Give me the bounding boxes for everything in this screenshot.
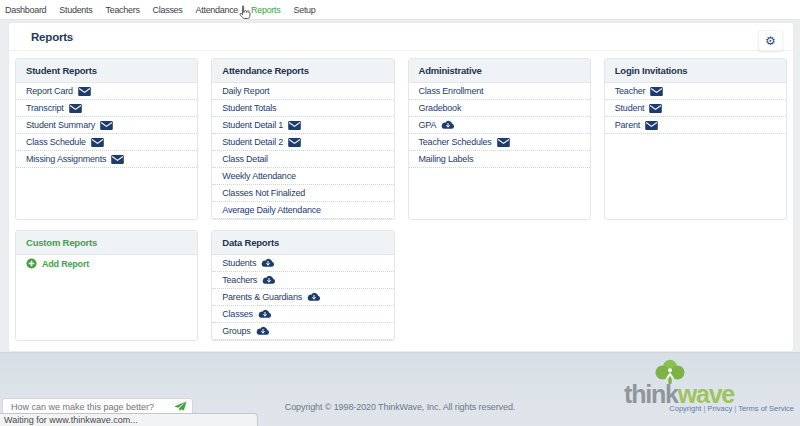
card-title: Login Invitations: [605, 59, 786, 83]
card-login-invitations: Login Invitations Teacher Student Parent: [604, 58, 787, 220]
link-student-detail-1[interactable]: Student Detail 1: [212, 117, 393, 134]
envelope-icon: [645, 121, 658, 130]
card-title: Attendance Reports: [212, 59, 393, 83]
link-student-detail-2[interactable]: Student Detail 2: [212, 134, 393, 151]
cloud-download-icon: [441, 120, 455, 130]
footer-link-copyright[interactable]: Copyright: [669, 404, 701, 413]
cloud-download-icon: [262, 275, 276, 285]
envelope-icon: [91, 138, 104, 147]
envelope-icon: [288, 121, 301, 130]
link-data-classes[interactable]: Classes: [212, 306, 393, 323]
card-attendance-reports: Attendance Reports Daily Report Student …: [211, 58, 394, 220]
card-title: Administrative: [409, 59, 590, 83]
link-transcript[interactable]: Transcript: [16, 100, 197, 117]
card-data-reports: Data Reports Students Teachers Parents &…: [211, 230, 394, 341]
link-data-teachers[interactable]: Teachers: [212, 272, 393, 289]
envelope-icon: [649, 104, 662, 113]
page-title: Reports: [31, 31, 73, 43]
nav-item-setup[interactable]: Setup: [294, 5, 316, 15]
link-data-students[interactable]: Students: [212, 255, 393, 272]
top-navigation: Dashboard Students Teachers Classes Atte…: [0, 0, 800, 20]
link-class-detail[interactable]: Class Detail: [212, 151, 393, 168]
page-footer: Copyright © 1998-2020 ThinkWave, Inc. Al…: [0, 352, 800, 426]
link-student-summary[interactable]: Student Summary: [16, 117, 197, 134]
panel-header: Reports ⚙: [9, 23, 793, 51]
link-invitation-teacher[interactable]: Teacher: [605, 83, 786, 100]
link-gpa[interactable]: GPA: [409, 117, 590, 134]
envelope-icon: [78, 87, 91, 96]
browser-status-bar: Waiting for www.thinkwave.com...: [0, 413, 258, 426]
nav-item-reports[interactable]: Reports: [251, 5, 280, 15]
cloud-download-icon: [307, 292, 321, 302]
envelope-icon: [100, 121, 113, 130]
logo-wordmark: thinkwave: [624, 383, 796, 405]
link-data-parents-guardians[interactable]: Parents & Guardians: [212, 289, 393, 306]
envelope-icon: [650, 87, 663, 96]
card-title: Data Reports: [212, 231, 393, 255]
nav-item-students[interactable]: Students: [59, 5, 92, 15]
cloud-download-icon: [258, 309, 272, 319]
plus-circle-icon: [26, 258, 37, 269]
nav-item-classes[interactable]: Classes: [153, 5, 183, 15]
link-gradebook[interactable]: Gradebook: [409, 100, 590, 117]
gear-icon: ⚙: [765, 34, 776, 48]
link-report-card[interactable]: Report Card: [16, 83, 197, 100]
cloud-download-icon: [261, 258, 275, 268]
link-mailing-labels[interactable]: Mailing Labels: [409, 151, 590, 168]
envelope-icon: [288, 138, 301, 147]
nav-item-attendance[interactable]: Attendance: [196, 5, 239, 15]
link-invitation-parent[interactable]: Parent: [605, 117, 786, 134]
report-cards-grid: Student Reports Report Card Transcript S…: [15, 58, 787, 341]
reports-panel: Reports ⚙ Student Reports Report Card Tr…: [8, 22, 794, 352]
card-student-reports: Student Reports Report Card Transcript S…: [15, 58, 198, 220]
link-data-groups[interactable]: Groups: [212, 323, 393, 340]
link-student-totals[interactable]: Student Totals: [212, 100, 393, 117]
envelope-icon: [111, 155, 124, 164]
card-administrative: Administrative Class Enrollment Gradeboo…: [408, 58, 591, 220]
envelope-icon: [69, 104, 82, 113]
link-class-schedule[interactable]: Class Schedule: [16, 134, 197, 151]
nav-item-dashboard[interactable]: Dashboard: [5, 5, 46, 15]
link-daily-report[interactable]: Daily Report: [212, 83, 393, 100]
link-classes-not-finalized[interactable]: Classes Not Finalized: [212, 185, 393, 202]
thinkwave-logo: thinkwave Copyright Privacy Terms of Ser…: [624, 359, 796, 413]
link-teacher-schedules[interactable]: Teacher Schedules: [409, 134, 590, 151]
card-title: Custom Reports: [16, 231, 197, 255]
link-missing-assignments[interactable]: Missing Assignments: [16, 151, 197, 168]
send-paper-plane-icon[interactable]: [174, 400, 187, 412]
cloud-download-icon: [256, 326, 270, 336]
card-custom-reports: Custom Reports Add Report: [15, 230, 198, 341]
footer-link-terms[interactable]: Terms of Service: [734, 404, 794, 413]
link-weekly-attendance[interactable]: Weekly Attendance: [212, 168, 393, 185]
link-class-enrollment[interactable]: Class Enrollment: [409, 83, 590, 100]
link-invitation-student[interactable]: Student: [605, 100, 786, 117]
card-title: Student Reports: [16, 59, 197, 83]
footer-link-privacy[interactable]: Privacy: [704, 404, 733, 413]
envelope-icon: [497, 138, 510, 147]
nav-item-teachers[interactable]: Teachers: [105, 5, 139, 15]
link-average-daily-attendance[interactable]: Average Daily Attendance: [212, 202, 393, 219]
add-report-button[interactable]: Add Report: [16, 255, 197, 272]
settings-gear-button[interactable]: ⚙: [758, 30, 783, 51]
